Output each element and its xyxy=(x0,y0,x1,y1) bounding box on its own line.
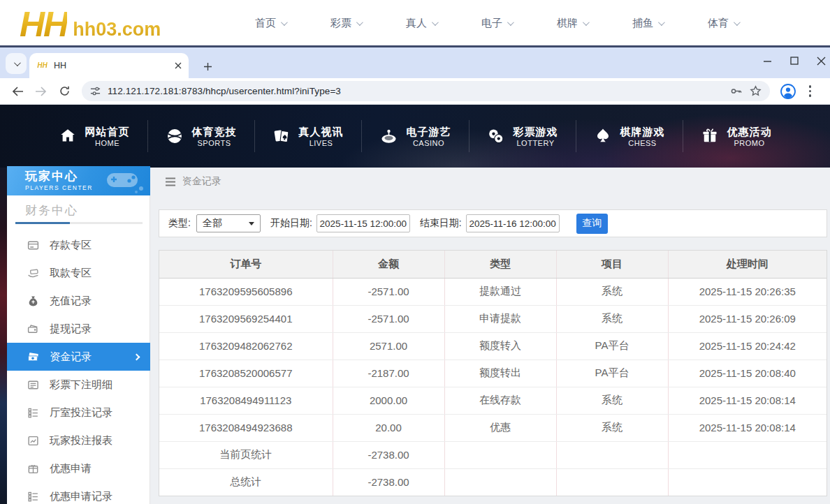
table-row: 176320849492368820.00优惠系统2025-11-15 20:0… xyxy=(159,414,827,441)
table-row: 1763208520006577-2187.00额度转出PA平台2025-11-… xyxy=(159,360,827,387)
new-tab-button[interactable] xyxy=(198,57,217,75)
tab-title: HH xyxy=(54,61,169,71)
sidebar-item-promo-apply-record[interactable]: 优惠申请记录 xyxy=(7,482,150,504)
site-header: HH hh03.com 首页 彩票 真人 电子 棋牌 捕鱼 体育 xyxy=(0,0,830,46)
back-icon[interactable] xyxy=(11,86,24,97)
tab-favicon: HH xyxy=(36,61,48,71)
table-summary-page-row: 当前页统计-2738.00 xyxy=(159,441,827,468)
table-row: 1763209595605896-2571.00提款通过系统2025-11-15… xyxy=(159,278,827,305)
site-nav-lottery[interactable]: 彩票 xyxy=(330,17,361,30)
tab-close-icon[interactable] xyxy=(175,62,182,69)
nav-casino[interactable]: 电子游艺CASINO xyxy=(361,120,469,152)
table-summary-total-row: 总统计-2738.00 xyxy=(159,468,827,496)
report-chart-icon xyxy=(27,435,39,447)
sidebar-item-deposit-zone[interactable]: 存款专区 xyxy=(7,231,150,259)
browser-tab[interactable]: HH HH xyxy=(29,53,189,78)
site-nav-fishing[interactable]: 捕鱼 xyxy=(632,17,663,30)
chevron-right-icon xyxy=(133,353,140,360)
sidebar-item-lottery-bet-detail[interactable]: 彩票下注明细 xyxy=(7,371,150,399)
bookmark-star-icon[interactable] xyxy=(750,85,762,97)
banknotes-icon xyxy=(27,351,39,363)
profile-avatar-icon[interactable] xyxy=(780,83,796,100)
sidebar-item-withdraw-zone[interactable]: 取款专区 xyxy=(7,259,150,287)
browser-menu-icon[interactable] xyxy=(809,85,811,96)
col-project: 项目 xyxy=(556,251,668,278)
window-minimize-icon[interactable] xyxy=(763,57,772,66)
sidebar-menu: 存款专区 取款专区 充值记录 提现记录 资金记录 彩票下注明细 厅室投注记录 玩… xyxy=(7,231,150,504)
deposit-card-icon xyxy=(27,239,39,251)
main-content: 资金记录 类型: 全部 开始日期: 结束日期: 查询 订单号 金额 类型 项目 … xyxy=(150,168,830,504)
filter-bar: 类型: 全部 开始日期: 结束日期: 查询 xyxy=(159,209,827,237)
end-date-input[interactable] xyxy=(466,214,560,232)
window-close-icon[interactable] xyxy=(817,57,826,66)
site-logo[interactable]: HH hh03.com xyxy=(20,1,161,45)
chevron-down-icon xyxy=(734,19,741,26)
sidebar-item-hall-bet-record[interactable]: 厅室投注记录 xyxy=(7,399,150,427)
promo-gift-icon xyxy=(27,463,39,475)
checklist-icon xyxy=(27,491,39,503)
browser-toolbar: 112.121.172.181:8783/hhcp/usercenter.htm… xyxy=(0,78,830,105)
start-date-input[interactable] xyxy=(316,214,410,232)
finance-center-heading: 财务中心 xyxy=(25,202,78,218)
checklist-icon xyxy=(27,407,39,419)
type-label: 类型: xyxy=(168,217,191,230)
forward-icon[interactable] xyxy=(35,86,48,97)
col-process-time: 处理时间 xyxy=(668,251,827,278)
site-nav-chess[interactable]: 棋牌 xyxy=(557,17,588,30)
sidebar-item-promo-apply[interactable]: 优惠申请 xyxy=(7,454,150,482)
chevron-down-icon xyxy=(583,19,590,26)
breadcrumb-label: 资金记录 xyxy=(182,175,221,188)
select-caret-icon xyxy=(249,222,254,225)
game-category-nav: 网站首页HOME 体育竞技SPORTS 真人视讯LIVES 电子游艺CASINO… xyxy=(0,105,830,168)
address-bar[interactable]: 112.121.172.181:8783/hhcp/usercenter.htm… xyxy=(82,81,770,101)
query-button[interactable]: 查询 xyxy=(576,214,608,234)
withdraw-hand-icon xyxy=(27,267,39,279)
sidebar-item-recharge-record[interactable]: 充值记录 xyxy=(7,287,150,315)
chevron-down-icon xyxy=(13,59,20,66)
url-text[interactable]: 112.121.172.181:8783/hhcp/usercenter.htm… xyxy=(108,86,723,96)
gamepad-icon xyxy=(103,168,146,195)
nav-live[interactable]: 真人视讯LIVES xyxy=(254,120,361,152)
lottery-balls-icon xyxy=(487,127,505,145)
page-background-strip xyxy=(0,168,7,504)
type-select[interactable]: 全部 xyxy=(196,214,261,232)
end-date-label: 结束日期: xyxy=(420,217,462,230)
chevron-down-icon xyxy=(281,19,288,26)
password-key-icon[interactable] xyxy=(730,86,743,96)
tab-search-button[interactable] xyxy=(6,53,27,74)
chevron-down-icon xyxy=(432,19,439,26)
logo-hh-text: HH xyxy=(20,4,67,45)
window-controls xyxy=(763,50,826,71)
sidebar: 玩家中心 PLAYERS CENTER 财务中心 存款专区 取款专区 充值记录 … xyxy=(7,166,150,504)
site-nav-live[interactable]: 真人 xyxy=(406,17,437,30)
gift-icon xyxy=(701,127,719,145)
nav-lottery[interactable]: 彩票游戏LOTTERY xyxy=(469,120,576,152)
spade-icon xyxy=(594,127,612,145)
table-row: 1763209569254401-2571.00申请提款系统2025-11-15… xyxy=(159,305,827,332)
section-divider xyxy=(15,222,143,224)
wallet-icon xyxy=(27,323,39,335)
money-bag-icon xyxy=(27,295,39,307)
sidebar-header: 玩家中心 PLAYERS CENTER xyxy=(7,166,150,195)
list-card-icon xyxy=(27,379,39,391)
nav-chess[interactable]: 棋牌游戏CHESS xyxy=(576,120,683,152)
funds-table: 订单号 金额 类型 项目 处理时间 1763209595605896-2571.… xyxy=(159,250,827,496)
menu-bars-icon[interactable] xyxy=(165,177,176,186)
window-maximize-icon[interactable] xyxy=(790,57,799,65)
chevron-down-icon xyxy=(658,19,665,26)
start-date-label: 开始日期: xyxy=(270,217,312,230)
nav-home[interactable]: 网站首页HOME xyxy=(41,120,147,152)
refresh-icon[interactable] xyxy=(59,85,71,97)
nav-sports[interactable]: 体育竞技SPORTS xyxy=(147,120,254,152)
table-header-row: 订单号 金额 类型 项目 处理时间 xyxy=(159,251,827,278)
site-nav-slots[interactable]: 电子 xyxy=(481,17,512,30)
sidebar-item-withdrawal-record[interactable]: 提现记录 xyxy=(7,315,150,343)
sidebar-item-funds-record[interactable]: 资金记录 xyxy=(7,343,150,371)
sidebar-item-player-bet-report[interactable]: 玩家投注报表 xyxy=(7,427,150,454)
breadcrumb: 资金记录 xyxy=(165,175,221,188)
nav-promo[interactable]: 优惠活动PROMO xyxy=(683,120,789,152)
site-nav-sports[interactable]: 体育 xyxy=(708,17,738,30)
roulette-icon xyxy=(379,127,398,145)
site-nav-home[interactable]: 首页 xyxy=(255,17,286,30)
site-info-icon[interactable] xyxy=(90,86,101,96)
